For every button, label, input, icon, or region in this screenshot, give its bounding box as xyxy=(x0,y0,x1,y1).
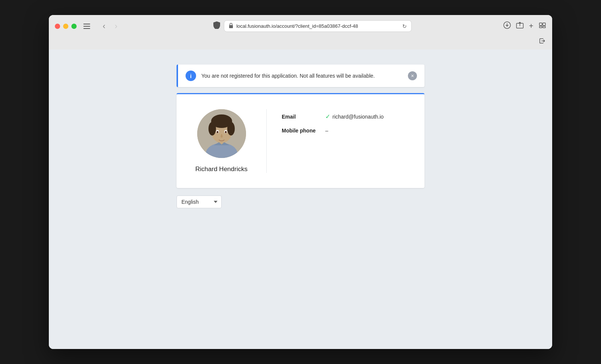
email-label: Email xyxy=(282,114,319,120)
address-bar-container: local.fusionauth.io/account/?client_id=8… xyxy=(126,20,499,32)
svg-rect-7 xyxy=(543,23,545,26)
profile-left: Richard Hendricks xyxy=(188,109,267,173)
alert-message: You are not registered for this applicat… xyxy=(201,72,403,80)
svg-rect-8 xyxy=(539,26,542,28)
alert-close-button[interactable]: × xyxy=(408,71,417,80)
phone-field: Mobile phone – xyxy=(282,128,413,134)
svg-rect-2 xyxy=(83,28,90,29)
svg-rect-1 xyxy=(83,26,90,27)
email-text: richard@fusionauth.io xyxy=(332,114,384,120)
phone-value: – xyxy=(325,128,328,134)
lock-icon xyxy=(229,23,233,29)
phone-label: Mobile phone xyxy=(282,128,319,134)
sidebar-toggle-icon[interactable] xyxy=(81,21,92,32)
close-button[interactable] xyxy=(55,24,60,29)
url-text: local.fusionauth.io/account/?client_id=8… xyxy=(236,23,399,29)
address-bar[interactable]: local.fusionauth.io/account/?client_id=8… xyxy=(224,20,412,32)
email-field: Email ✓ richard@fusionauth.io xyxy=(282,113,413,120)
nav-buttons: ‹ › xyxy=(98,21,122,32)
svg-rect-6 xyxy=(539,23,542,26)
svg-point-16 xyxy=(227,122,235,135)
browser-chrome: ‹ › local.f xyxy=(49,15,552,50)
alert-banner: i You are not registered for this applic… xyxy=(177,65,424,87)
download-icon[interactable] xyxy=(503,21,511,31)
svg-rect-3 xyxy=(229,25,233,28)
share-icon[interactable] xyxy=(516,21,524,31)
profile-card: Richard Hendricks Email ✓ richard@fusion… xyxy=(177,93,424,188)
back-button[interactable]: ‹ xyxy=(98,21,110,32)
maximize-button[interactable] xyxy=(71,24,77,29)
profile-card-inner: Richard Hendricks Email ✓ richard@fusion… xyxy=(177,94,424,188)
browser-window: ‹ › local.f xyxy=(49,15,552,349)
title-bar: ‹ › local.f xyxy=(49,15,552,36)
minimize-button[interactable] xyxy=(63,24,68,29)
browser-shield-icon xyxy=(213,21,220,31)
email-value: ✓ richard@fusionauth.io xyxy=(325,113,384,120)
svg-point-20 xyxy=(225,131,227,133)
refresh-icon[interactable]: ↻ xyxy=(402,23,407,29)
svg-point-15 xyxy=(208,122,216,135)
signout-icon[interactable] xyxy=(539,37,546,47)
page-content: i You are not registered for this applic… xyxy=(49,50,552,349)
language-selector: English Spanish French German xyxy=(177,196,424,208)
check-icon: ✓ xyxy=(325,113,330,120)
avatar xyxy=(197,109,246,158)
profile-name: Richard Hendricks xyxy=(195,165,248,173)
svg-point-19 xyxy=(216,131,218,133)
traffic-lights xyxy=(55,24,77,29)
toolbar-right: + xyxy=(503,21,546,31)
profile-right: Email ✓ richard@fusionauth.io Mobile pho… xyxy=(267,109,413,173)
second-bar xyxy=(49,36,552,50)
language-select[interactable]: English Spanish French German xyxy=(177,196,222,208)
svg-rect-0 xyxy=(83,24,90,24)
svg-rect-9 xyxy=(543,26,545,28)
new-tab-icon[interactable]: + xyxy=(529,22,533,30)
forward-button[interactable]: › xyxy=(110,21,122,32)
info-icon: i xyxy=(186,71,196,81)
tabs-overview-icon[interactable] xyxy=(539,21,546,31)
